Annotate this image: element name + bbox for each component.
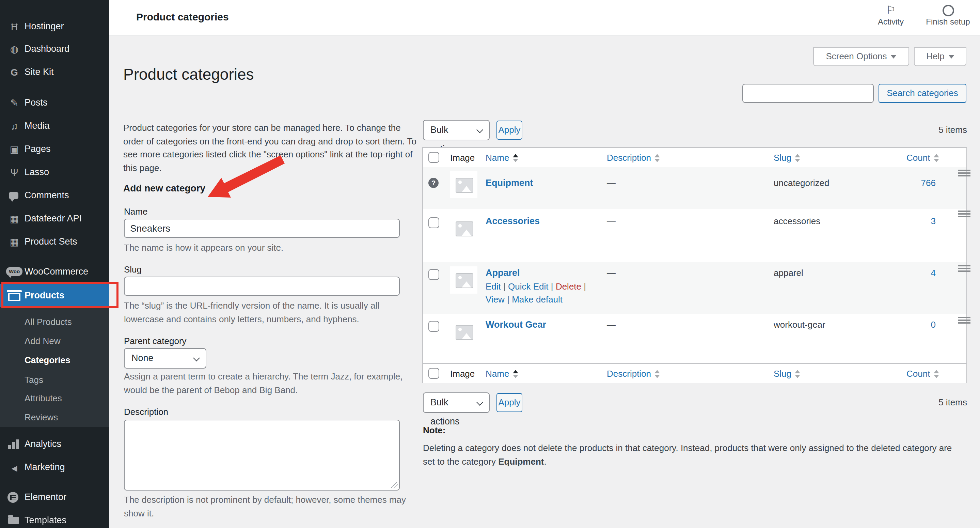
category-slug-input[interactable] xyxy=(124,277,400,296)
sidebar-item-templates[interactable]: Templates xyxy=(0,509,109,528)
category-description-textarea[interactable] xyxy=(124,420,400,491)
quick-edit-link[interactable]: Quick Edit xyxy=(508,281,549,292)
column-header-count[interactable]: Count xyxy=(907,368,939,379)
sidebar-item-media[interactable]: ♫Media xyxy=(0,115,109,138)
category-name-link[interactable]: Equipment xyxy=(485,178,533,188)
submenu-item-all-products[interactable]: All Products xyxy=(0,313,109,332)
category-count-link[interactable]: 3 xyxy=(900,216,936,226)
sidebar-item-woocommerce[interactable]: WooWooCommerce xyxy=(0,260,109,284)
category-description: — xyxy=(607,216,616,226)
category-name-link[interactable]: Accessories xyxy=(485,216,540,226)
submenu-item-categories[interactable]: Categories xyxy=(0,351,109,370)
sidebar-item-site-kit[interactable]: GSite Kit xyxy=(0,61,109,84)
submenu-item-attributes[interactable]: Attributes xyxy=(0,389,109,408)
textarea-resize-handle[interactable] xyxy=(391,482,398,488)
search-categories-input[interactable] xyxy=(742,84,874,103)
screen-options-button[interactable]: Screen Options xyxy=(813,47,909,66)
sort-arrows-icon xyxy=(795,370,800,378)
row-checkbox[interactable] xyxy=(428,269,439,280)
name-help-text: The name is how it appears on your site. xyxy=(124,241,421,254)
finish-setup-button[interactable]: Finish setup xyxy=(921,3,975,27)
sidebar-item-analytics[interactable]: Analytics xyxy=(0,432,109,456)
submenu-item-reviews[interactable]: Reviews xyxy=(0,408,109,427)
sidebar-item-hostinger[interactable]: ĦHostinger xyxy=(0,15,109,38)
note-bold-category: Equipment xyxy=(498,456,544,466)
category-name-input[interactable] xyxy=(124,219,400,238)
category-count-link[interactable]: 0 xyxy=(900,319,936,330)
pushpin-icon: ✎ xyxy=(7,91,22,115)
submenu-item-add-new[interactable]: Add New xyxy=(0,332,109,351)
sidebar-item-pages[interactable]: ▣Pages xyxy=(0,138,109,161)
content-area: Screen Options Help Product categories S… xyxy=(109,35,980,528)
column-header-name[interactable]: Name xyxy=(485,368,518,379)
bar-chart-icon xyxy=(8,439,21,449)
column-header-image: Image xyxy=(450,368,475,379)
description-help-text: The description is not prominent by defa… xyxy=(124,493,421,520)
make-default-link[interactable]: Make default xyxy=(512,294,563,305)
row-checkbox[interactable] xyxy=(428,217,439,228)
apply-button-top[interactable]: Apply xyxy=(496,121,522,140)
sidebar-item-posts[interactable]: ✎Posts xyxy=(0,91,109,115)
chevron-down-icon xyxy=(476,126,483,133)
finish-setup-label: Finish setup xyxy=(926,17,970,27)
category-name-link[interactable]: Workout Gear xyxy=(485,319,546,330)
activity-button[interactable]: ⚐ Activity xyxy=(872,3,910,27)
lasso-icon: Ψ xyxy=(7,161,22,184)
column-header-name[interactable]: Name xyxy=(485,153,518,163)
image-placeholder-icon xyxy=(456,222,473,236)
elementor-icon xyxy=(8,492,18,503)
sidebar-item-lasso[interactable]: ΨLasso xyxy=(0,161,109,184)
category-slug: uncategorized xyxy=(774,178,829,188)
help-label: Help xyxy=(926,51,945,61)
sidebar-item-product-sets[interactable]: ▦Product Sets xyxy=(0,230,109,254)
column-header-count[interactable]: Count xyxy=(907,153,939,163)
admin-sidebar: ĦHostinger ◍Dashboard GSite Kit ✎Posts ♫… xyxy=(0,0,109,528)
image-placeholder-icon xyxy=(456,273,473,288)
sort-arrows-icon xyxy=(654,154,660,162)
hostinger-icon: Ħ xyxy=(7,15,22,38)
note-label: Note: xyxy=(423,424,445,437)
top-bar: Product categories ⚐ Activity Finish set… xyxy=(109,0,980,35)
bulk-actions-select-bottom[interactable]: Bulk actions xyxy=(423,392,490,413)
submenu-item-tags[interactable]: Tags xyxy=(0,371,109,390)
column-header-slug[interactable]: Slug xyxy=(774,153,800,163)
topbar-title: Product categories xyxy=(136,11,229,22)
parent-category-select[interactable]: None xyxy=(124,348,206,368)
select-all-checkbox[interactable] xyxy=(428,368,439,379)
category-count-link[interactable]: 766 xyxy=(900,178,936,188)
category-slug: workout-gear xyxy=(774,319,826,330)
sidebar-item-datafeedr-api[interactable]: ▦Datafeedr API xyxy=(0,207,109,230)
apply-button-bottom[interactable]: Apply xyxy=(496,393,522,412)
chevron-down-icon xyxy=(891,55,897,59)
edit-link[interactable]: Edit xyxy=(485,281,501,292)
table-footer-row: Image Name Description Slug Count xyxy=(423,363,966,383)
bulk-actions-select-top[interactable]: Bulk actions xyxy=(423,120,490,140)
thumbnail-placeholder xyxy=(450,266,477,294)
row-checkbox[interactable] xyxy=(428,321,439,332)
column-header-slug[interactable]: Slug xyxy=(774,368,800,379)
help-button[interactable]: Help xyxy=(914,47,966,66)
items-count-top: 5 items xyxy=(885,125,967,135)
drag-handle[interactable] xyxy=(958,265,970,273)
category-name-link[interactable]: Apparel xyxy=(485,268,520,278)
screen-options-label: Screen Options xyxy=(826,51,887,61)
category-count-link[interactable]: 4 xyxy=(900,268,936,278)
delete-link[interactable]: Delete xyxy=(556,281,581,292)
sidebar-item-marketing[interactable]: ◀Marketing xyxy=(0,456,109,479)
red-arrow-annotation xyxy=(204,154,286,198)
select-all-checkbox[interactable] xyxy=(428,152,439,163)
drag-handle[interactable] xyxy=(958,170,970,178)
image-placeholder-icon xyxy=(456,325,473,340)
row-actions-line1: Edit | Quick Edit | Delete | xyxy=(485,281,586,292)
column-header-description[interactable]: Description xyxy=(607,368,660,379)
drag-handle[interactable] xyxy=(958,317,970,325)
thumbnail-placeholder xyxy=(450,171,477,198)
sidebar-item-dashboard[interactable]: ◍Dashboard xyxy=(0,37,109,61)
drag-handle[interactable] xyxy=(958,211,970,219)
view-link[interactable]: View xyxy=(485,294,504,305)
sidebar-item-comments[interactable]: Comments xyxy=(0,184,109,207)
column-header-description[interactable]: Description xyxy=(607,153,660,163)
search-categories-button[interactable]: Search categories xyxy=(878,84,966,103)
sort-arrows-icon xyxy=(933,370,939,378)
sidebar-item-elementor[interactable]: Elementor xyxy=(0,486,109,509)
